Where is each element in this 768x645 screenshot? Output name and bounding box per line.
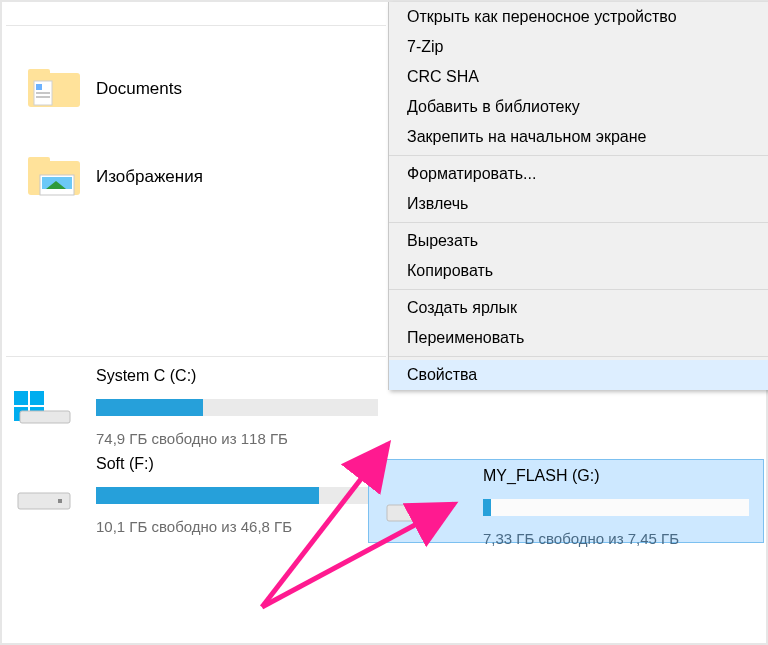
menu-item[interactable]: Форматировать... — [389, 159, 768, 189]
svg-rect-7 — [28, 157, 50, 167]
svg-rect-4 — [36, 92, 50, 94]
capacity-bar — [96, 399, 378, 416]
menu-item[interactable]: Копировать — [389, 256, 768, 286]
capacity-bar — [483, 499, 749, 516]
svg-rect-3 — [36, 84, 42, 90]
menu-item[interactable]: Открыть как переносное устройство — [389, 2, 768, 32]
svg-rect-18 — [387, 505, 439, 521]
menu-item[interactable]: Создать ярлык — [389, 293, 768, 323]
capacity-fill — [96, 487, 319, 504]
menu-separator — [389, 222, 768, 223]
menu-separator — [389, 155, 768, 156]
svg-rect-16 — [18, 493, 70, 509]
svg-rect-11 — [14, 391, 28, 405]
menu-item[interactable]: Переименовать — [389, 323, 768, 353]
folder-label: Изображения — [96, 167, 203, 187]
folder-label: Documents — [96, 79, 182, 99]
menu-item[interactable]: Закрепить на начальном экране — [389, 122, 768, 152]
menu-item[interactable]: 7-Zip — [389, 32, 768, 62]
folder-documents[interactable]: Documents — [26, 64, 366, 114]
svg-rect-15 — [20, 411, 70, 423]
drive-title: System C (C:) — [96, 367, 378, 385]
hdd-icon — [14, 477, 74, 513]
svg-rect-17 — [58, 499, 62, 503]
context-menu: Открыть как переносное устройство7-ZipCR… — [388, 2, 768, 390]
drive-system-c[interactable]: System C (C:) 74,9 ГБ свободно из 118 ГБ — [14, 367, 378, 447]
menu-item[interactable]: Вырезать — [389, 226, 768, 256]
folder-list: Documents Изображения — [26, 64, 366, 240]
explorer-window: Documents Изображения System C (C:) 74,9… — [0, 0, 768, 645]
menu-item[interactable]: Свойства — [389, 360, 768, 390]
capacity-bar — [96, 487, 378, 504]
svg-rect-1 — [28, 69, 50, 79]
system-drive-icon — [14, 389, 74, 425]
documents-folder-icon — [26, 67, 82, 111]
separator — [6, 356, 386, 358]
menu-item[interactable]: CRC SHA — [389, 62, 768, 92]
folder-pictures[interactable]: Изображения — [26, 152, 366, 202]
drive-soft-f[interactable]: Soft (F:) 10,1 ГБ свободно из 46,8 ГБ — [14, 455, 378, 535]
drive-title: Soft (F:) — [96, 455, 378, 473]
drive-list: System C (C:) 74,9 ГБ свободно из 118 ГБ… — [14, 367, 378, 543]
capacity-fill — [483, 499, 491, 516]
separator — [6, 25, 386, 27]
capacity-fill — [96, 399, 203, 416]
svg-rect-5 — [36, 96, 50, 98]
menu-item[interactable]: Добавить в библиотеку — [389, 92, 768, 122]
drive-title: MY_FLASH (G:) — [483, 467, 749, 485]
drive-my-flash-g[interactable]: MY_FLASH (G:) 7,33 ГБ свободно из 7,45 Г… — [368, 459, 764, 543]
menu-separator — [389, 289, 768, 290]
menu-item[interactable]: Извлечь — [389, 189, 768, 219]
menu-separator — [389, 356, 768, 357]
drive-free-text: 74,9 ГБ свободно из 118 ГБ — [96, 430, 378, 447]
svg-rect-12 — [30, 391, 44, 405]
svg-rect-19 — [427, 511, 431, 515]
pictures-folder-icon — [26, 155, 82, 199]
drive-free-text: 10,1 ГБ свободно из 46,8 ГБ — [96, 518, 378, 535]
flash-drive-icon — [383, 489, 443, 525]
drive-free-text: 7,33 ГБ свободно из 7,45 ГБ — [483, 530, 749, 547]
